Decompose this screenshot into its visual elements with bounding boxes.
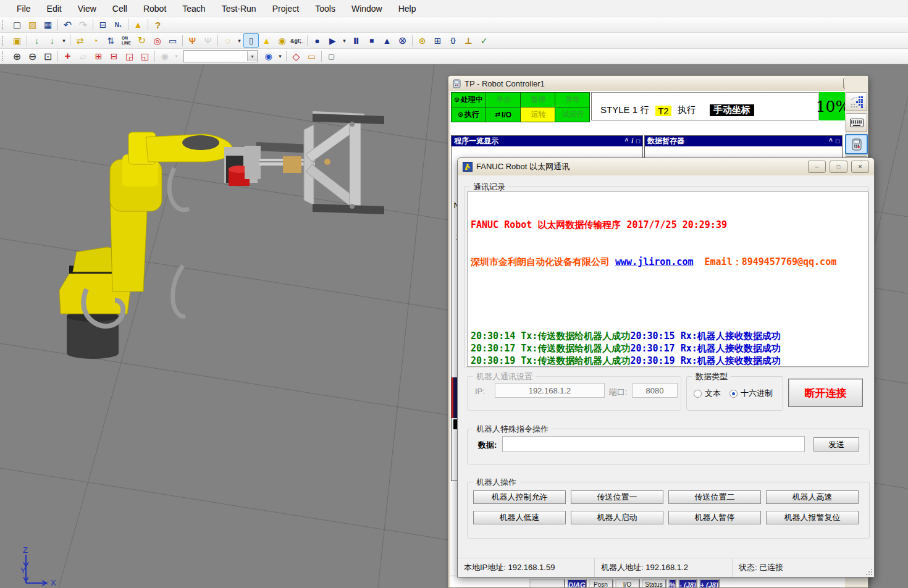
toolbar-grip[interactable]: [2, 51, 7, 61]
cell-browser-icon[interactable]: ▣: [9, 33, 25, 48]
cube-zoom-in-icon[interactable]: ◲: [122, 49, 137, 64]
cell-browser-tree-icon[interactable]: ⊟: [95, 18, 111, 32]
dropdown-arrow-icon[interactable]: ▾: [172, 49, 180, 64]
signboard-icon[interactable]: ▭: [165, 33, 180, 48]
help-icon[interactable]: ?: [150, 18, 166, 32]
view-preset-combobox[interactable]: ▾: [183, 50, 258, 62]
menu-item[interactable]: Teach: [174, 0, 213, 17]
find-robot-icon[interactable]: ◉: [274, 33, 290, 48]
comm-log-textarea[interactable]: FANUC Robot 以太网数据传输程序 2017/7/25 20:29:39…: [467, 191, 868, 367]
send-button[interactable]: 发送: [813, 437, 859, 452]
cube-side-view-icon[interactable]: ⊟: [106, 49, 122, 64]
menu-item[interactable]: View: [70, 0, 104, 17]
robot-op-button[interactable]: 机器人暂停: [668, 511, 761, 524]
robot-op-button[interactable]: 传送位置一: [571, 490, 663, 504]
floor-plane-icon[interactable]: ▱: [75, 49, 91, 64]
robot-op-button[interactable]: 机器人低速: [473, 511, 566, 524]
import-robot-icon[interactable]: ↓: [44, 33, 60, 48]
radio-hex-mode[interactable]: 十六进制: [729, 388, 773, 399]
mouse-settings-icon[interactable]: ▢: [324, 49, 339, 64]
pendant-setup-icon[interactable]: ⊥: [461, 33, 476, 48]
robot-op-button[interactable]: 机器人控制允许: [473, 490, 566, 504]
zoom-in-icon[interactable]: ⊕: [9, 49, 25, 64]
wireframe-cube-icon[interactable]: ◇: [288, 49, 304, 64]
chevron-down-icon[interactable]: ▾: [247, 51, 257, 61]
measure-ruler-icon[interactable]: ▭: [304, 49, 319, 64]
undo-icon[interactable]: ↶: [60, 18, 75, 32]
binoculars-icon[interactable]: ⊙: [414, 33, 430, 48]
save-cell-icon[interactable]: ▦: [40, 18, 56, 32]
virtual-keyboard-button[interactable]: [846, 113, 867, 132]
menu-item[interactable]: Edit: [39, 0, 70, 17]
maximize-icon[interactable]: □: [836, 138, 839, 145]
task-profiler-icon[interactable]: ✓: [476, 33, 492, 48]
cube-top-view-icon[interactable]: ⊞: [91, 49, 106, 64]
zoom-window-icon[interactable]: ⊡: [40, 49, 56, 64]
sort-numeric-icon[interactable]: N₁: [111, 18, 126, 32]
turn-robot-icon[interactable]: ↻: [134, 33, 149, 48]
dropdown-arrow-icon[interactable]: ▾: [340, 33, 348, 48]
menu-item[interactable]: Window: [343, 0, 390, 17]
dropdown-arrow-icon[interactable]: ▾: [60, 33, 68, 48]
alarm-icon[interactable]: ▲: [259, 33, 274, 48]
menu-item[interactable]: Test-Run: [214, 0, 264, 17]
maximize-icon[interactable]: □: [636, 138, 640, 145]
menu-item[interactable]: Cell: [104, 0, 135, 17]
menu-item[interactable]: Help: [390, 0, 424, 17]
robot-op-button[interactable]: 机器人报警复位: [766, 511, 859, 524]
jog-coordinates-icon[interactable]: ⇅: [103, 33, 119, 48]
tp-io-button[interactable]: I/O: [615, 579, 640, 587]
pause-icon[interactable]: Ⅱ: [348, 33, 364, 48]
menu-item[interactable]: File: [9, 0, 39, 17]
tp-status-button[interactable]: Status: [642, 579, 666, 587]
teach-pendant-toggle-button[interactable]: [845, 134, 868, 154]
menu-item[interactable]: Robot: [135, 0, 174, 17]
run-icon[interactable]: ▶: [325, 33, 340, 48]
dither-pattern-button[interactable]: [846, 92, 867, 111]
port-field[interactable]: 8080: [632, 383, 678, 398]
tp-minus-j8-button[interactable]: - (J8): [678, 579, 697, 587]
radio-text-mode[interactable]: 文本: [694, 388, 721, 399]
tp-diag-button[interactable]: DIAG: [567, 579, 587, 587]
robot-jog-menu-icon[interactable]: ◌: [220, 33, 235, 48]
console-window-icon[interactable]: &gt;_: [290, 33, 305, 48]
log-website-link[interactable]: www.jliron.com: [615, 256, 693, 267]
hand-tool-icon[interactable]: Ψ: [200, 33, 216, 48]
stop-icon[interactable]: ■: [364, 33, 379, 48]
eject-icon[interactable]: ▲: [379, 33, 395, 48]
camera-prev-icon[interactable]: ◉: [157, 49, 172, 64]
abort-icon[interactable]: ⊗: [395, 33, 410, 48]
disconnect-button[interactable]: 断开连接: [788, 379, 863, 407]
toolbar-grip[interactable]: [2, 36, 7, 46]
cube-zoom-out-icon[interactable]: ◱: [137, 49, 153, 64]
dialog-titlebar[interactable]: FANUC Robot 以太网通讯 ─ □ ✕: [458, 158, 874, 175]
data-input[interactable]: [502, 436, 805, 452]
gauge-panel-icon[interactable]: ◔: [88, 33, 103, 48]
restore-button[interactable]: □: [830, 161, 847, 173]
robot-op-button[interactable]: 传送位置二: [668, 490, 761, 504]
swap-robots-icon[interactable]: ⇄: [72, 33, 88, 48]
tp-titlebar[interactable]: TP - Robot Controller1 ✕: [448, 76, 868, 91]
zoom-out-icon[interactable]: ⊖: [25, 49, 40, 64]
dropdown-arrow-icon[interactable]: ▾: [235, 33, 243, 48]
robot-op-button[interactable]: 机器人高速: [766, 490, 859, 504]
tp-bottom-blank-button[interactable]: [529, 579, 565, 587]
program-adjust-icon[interactable]: {}: [445, 33, 461, 48]
online-mode-icon[interactable]: ON LINE: [119, 33, 134, 48]
gripper-tool-icon[interactable]: Ψ: [185, 33, 200, 48]
ip-field[interactable]: 192.168.1.2: [495, 383, 605, 398]
record-icon[interactable]: ●: [309, 33, 325, 48]
robot-op-button[interactable]: 机器人启动: [571, 511, 663, 524]
menu-item[interactable]: Project: [264, 0, 308, 17]
import-lock-icon[interactable]: ↓: [29, 33, 44, 48]
tp-plus-j8-button[interactable]: + (J8): [699, 579, 720, 587]
record-target-icon[interactable]: ◎: [149, 33, 165, 48]
profiler-panel-icon[interactable]: ⊞: [430, 33, 445, 48]
tp-posn-button[interactable]: Posn: [589, 579, 613, 587]
camera-view-icon[interactable]: ◉: [261, 49, 276, 64]
close-button[interactable]: ✕: [851, 161, 869, 173]
redo-icon[interactable]: ↷: [75, 18, 91, 32]
teach-pendant-icon[interactable]: ▯: [243, 33, 259, 48]
menu-item[interactable]: Tools: [307, 0, 343, 17]
center-view-icon[interactable]: +: [60, 49, 75, 64]
